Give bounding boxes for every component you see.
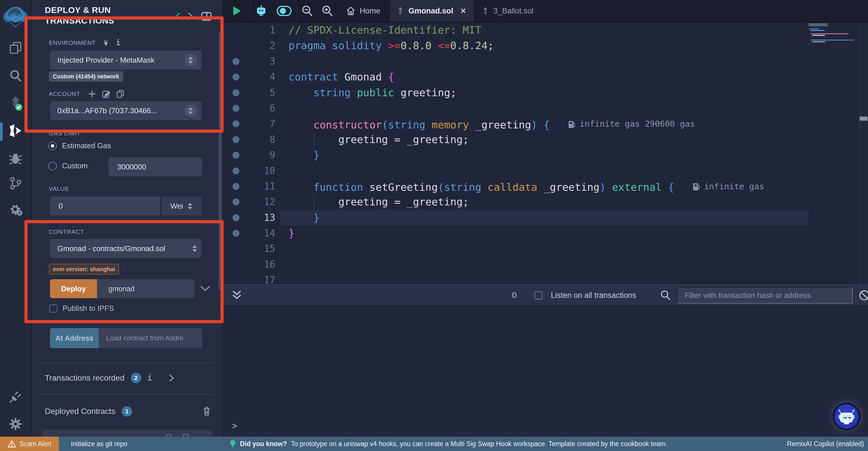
line-number[interactable]: 8 xyxy=(235,132,275,147)
tab-home[interactable]: Home xyxy=(337,0,389,22)
ai-copilot-button[interactable] xyxy=(251,0,272,22)
environment-value: Injected Provider - MetaMask xyxy=(57,56,184,65)
line-number[interactable]: 10 xyxy=(235,163,275,179)
line-number[interactable]: 2 xyxy=(235,38,275,53)
chevron-right-icon[interactable] xyxy=(187,12,194,21)
remix-ai-assistant-button[interactable] xyxy=(833,403,860,430)
lightbulb-icon xyxy=(229,440,236,448)
line-number[interactable]: 5 xyxy=(235,85,275,101)
line-number[interactable]: 14 xyxy=(235,225,275,241)
chevron-updown-icon xyxy=(188,203,192,209)
account-select[interactable]: 0xB1a...AF67b (7037.30466... xyxy=(50,101,202,120)
close-tab-icon[interactable]: ✕ xyxy=(460,7,466,16)
sidebar-item-debugger[interactable] xyxy=(9,152,22,166)
plug-icon xyxy=(9,390,22,403)
environment-info-icon[interactable]: i xyxy=(116,38,121,47)
code-line: 15 xyxy=(224,241,868,256)
deploy-row: Deploy xyxy=(50,279,211,298)
gas-custom-radio[interactable]: Custom xyxy=(48,162,88,170)
line-number[interactable]: 7 xyxy=(235,116,275,132)
plug-small-icon[interactable] xyxy=(103,39,109,47)
code-line: 16 xyxy=(224,257,868,272)
gas-custom-input[interactable] xyxy=(108,158,202,176)
tab-gmonad[interactable]: Gmonad.sol ✕ xyxy=(389,0,474,22)
deployed-contracts-row: Deployed Contracts 1 xyxy=(45,403,211,419)
remix-logo[interactable] xyxy=(3,5,28,29)
minimap[interactable] xyxy=(809,24,859,51)
code-editor[interactable]: 1// SPDX-License-Identifier: MIT2pragma … xyxy=(224,22,868,284)
line-number[interactable]: 16 xyxy=(235,257,275,272)
line-number[interactable]: 12 xyxy=(235,194,275,210)
value-input[interactable] xyxy=(50,196,160,216)
sidebar-item-settings[interactable] xyxy=(9,417,22,431)
terminal-toolbar: 0 Listen on all transactions xyxy=(224,284,868,306)
deployed-count-badge: 1 xyxy=(122,406,132,417)
transactions-info-icon[interactable]: i xyxy=(148,374,152,382)
debugger-icon xyxy=(9,152,22,166)
expand-terminal-icon[interactable] xyxy=(231,289,242,301)
chevron-right-icon[interactable] xyxy=(168,374,175,382)
ai-robot-icon xyxy=(837,408,856,425)
value-unit-select[interactable]: Wei xyxy=(161,196,202,216)
copilot-status[interactable]: RemixAI Copilot (enabled) xyxy=(787,440,864,448)
environment-select[interactable]: Injected Provider - MetaMask xyxy=(50,51,202,69)
at-address-button[interactable]: At Address xyxy=(50,328,99,348)
git-init-button[interactable]: Initialize as git repo xyxy=(71,440,127,448)
run-script-button[interactable] xyxy=(224,0,250,22)
code-line: 10 xyxy=(224,163,868,179)
deploy-arg-input[interactable] xyxy=(97,279,195,298)
sidebar-item-search[interactable] xyxy=(9,69,22,83)
contract-value: Gmonad - contracts/Gmonad.sol xyxy=(57,244,192,253)
listen-checkbox[interactable] xyxy=(534,291,542,299)
line-number[interactable]: 13 xyxy=(235,210,275,225)
line-number[interactable]: 11 xyxy=(235,179,275,194)
line-number[interactable]: 4 xyxy=(235,69,275,85)
line-number[interactable]: 1 xyxy=(235,22,275,38)
gas-estimated-radio[interactable]: Estimated Gas xyxy=(48,141,111,150)
tab-ballot[interactable]: 3_Ballot.sol xyxy=(474,0,541,22)
sidebar-item-solidity-compiler[interactable] xyxy=(8,95,23,111)
filter-input[interactable] xyxy=(677,287,853,304)
copilot-toggle[interactable] xyxy=(272,0,297,22)
sidebar-item-plugin-manager[interactable] xyxy=(8,203,23,217)
panel-scrollbar[interactable] xyxy=(218,32,222,291)
clear-console-icon[interactable] xyxy=(859,289,868,301)
editor-scrollbar-track[interactable] xyxy=(859,22,868,284)
code-line: 13 } xyxy=(224,210,868,225)
trash-icon[interactable] xyxy=(203,406,211,416)
transactions-recorded-row[interactable]: Transactions recorded 2 i xyxy=(45,370,211,386)
sidebar-item-file-explorer[interactable] xyxy=(9,41,22,55)
line-number[interactable]: 3 xyxy=(235,54,275,69)
sidebar-item-deploy-run[interactable] xyxy=(8,123,23,138)
add-account-icon[interactable] xyxy=(88,90,96,98)
transactions-count-badge: 2 xyxy=(131,373,141,383)
pin-panel-icon[interactable] xyxy=(201,11,212,21)
tip-title: Did you know? xyxy=(240,440,287,448)
edit-account-icon[interactable] xyxy=(102,90,111,98)
sidebar-item-connect-plugin[interactable] xyxy=(9,390,22,403)
expand-deploy-icon[interactable] xyxy=(200,285,210,292)
gas-limit-label: GAS LIMIT xyxy=(49,130,81,137)
zoom-in-button[interactable] xyxy=(317,0,337,22)
at-address-input[interactable] xyxy=(99,328,202,348)
editor-scrollbar-thumb[interactable] xyxy=(860,117,867,121)
line-number[interactable]: 9 xyxy=(235,147,275,163)
contract-select[interactable]: Gmonad - contracts/Gmonad.sol xyxy=(50,239,202,258)
deploy-button[interactable]: Deploy xyxy=(50,279,97,298)
search-icon xyxy=(660,290,671,301)
git-icon xyxy=(9,176,22,190)
listen-label: Listen on all transactions xyxy=(551,291,636,300)
scam-alert-button[interactable]: Scam Alert xyxy=(0,436,59,451)
copy-account-icon[interactable] xyxy=(116,90,124,98)
account-value: 0xB1a...AF67b (7037.30466... xyxy=(57,106,184,115)
tip-text: To prototype on a uniswap v4 hooks, you … xyxy=(291,440,668,448)
line-number[interactable]: 6 xyxy=(235,101,275,116)
line-number[interactable]: 17 xyxy=(235,272,275,284)
zoom-out-button[interactable] xyxy=(297,0,317,22)
value-unit: Wei xyxy=(170,202,183,210)
code-line: 2pragma solidity >=0.8.0 <=0.8.24; xyxy=(224,38,868,53)
publish-ipfs-row[interactable]: Publish to IPFS xyxy=(50,304,114,313)
line-number[interactable]: 15 xyxy=(235,241,275,256)
terminal-output[interactable]: > xyxy=(224,307,868,436)
sidebar-item-git[interactable] xyxy=(9,176,22,190)
